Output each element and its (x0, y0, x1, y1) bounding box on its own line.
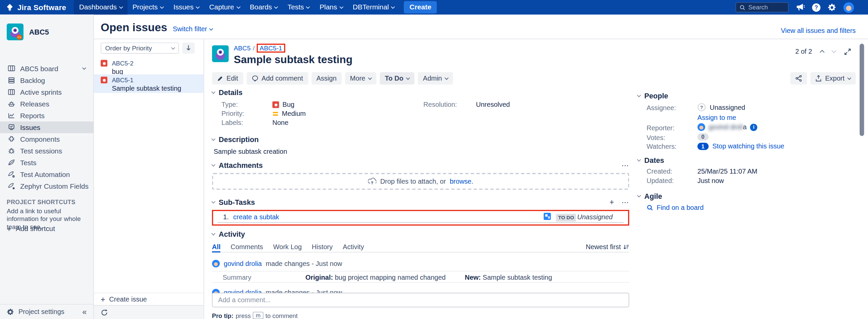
tab-work-log[interactable]: Work Log (273, 243, 302, 252)
nav-plans[interactable]: Plans (314, 0, 348, 14)
browse-link[interactable]: browse. (450, 177, 473, 185)
nav-issues[interactable]: Issues (168, 0, 204, 14)
issue-key: ABC5-2 (112, 60, 133, 66)
activity-tabs: All Comments Work Log History Activity N… (212, 243, 629, 252)
sidebar-item-board[interactable]: ABC5 board (0, 63, 93, 75)
vertical-scrollbar[interactable] (860, 44, 864, 136)
announcements-icon[interactable] (796, 3, 805, 11)
breadcrumb-project-link[interactable]: ABC5 (234, 45, 251, 51)
create-button[interactable]: Create (404, 1, 437, 13)
dates-heading[interactable]: Dates (638, 156, 856, 165)
info-icon[interactable]: i (750, 123, 757, 131)
tab-history[interactable]: History (312, 243, 333, 252)
attachments-more-icon[interactable]: ⋯ (621, 161, 629, 170)
agile-heading[interactable]: Agile (638, 192, 856, 200)
nav-capture[interactable]: Capture (204, 0, 245, 14)
find-on-board[interactable]: Find on a board (647, 204, 704, 211)
tab-comments[interactable]: Comments (230, 243, 263, 252)
navbar-right: ? (736, 0, 854, 14)
settings-gear-icon[interactable] (828, 3, 836, 11)
export-button[interactable]: Export (811, 72, 856, 85)
sidebar-item-test-sessions[interactable]: Test sessions (0, 145, 93, 157)
board-icon (7, 65, 16, 72)
chevron-down-icon (209, 26, 213, 30)
sidebar-item-reports[interactable]: Reports (0, 110, 93, 121)
user-avatar[interactable] (843, 2, 854, 13)
nav-dashboards[interactable]: Dashboards (74, 0, 127, 14)
breadcrumb-issue-key-link[interactable]: ABC5-1 (260, 45, 282, 51)
next-issue-icon[interactable] (831, 48, 836, 53)
refresh-icon[interactable] (101, 309, 108, 316)
attachment-dropzone[interactable]: Drop files to attach, or browse. (212, 173, 629, 190)
change-original: Original: bug project mapping named chan… (305, 274, 445, 281)
chevron-down-icon (160, 4, 164, 8)
more-button[interactable]: More (345, 72, 376, 85)
previous-issue-icon[interactable] (820, 50, 825, 55)
find-on-board-link[interactable]: Find on a board (657, 204, 704, 211)
chevron-down-icon (236, 4, 240, 8)
comment-input[interactable] (212, 293, 629, 307)
nav-projects[interactable]: Projects (127, 0, 168, 14)
people-heading[interactable]: People (638, 92, 856, 100)
global-search[interactable] (736, 2, 788, 12)
assign-button[interactable]: Assign (311, 72, 342, 85)
resolution-label: Resolution: (424, 101, 457, 109)
user-avatar (698, 123, 705, 131)
subtasks-heading[interactable]: Sub-Tasks (212, 198, 255, 206)
project-header[interactable]: <> ABC5 (7, 24, 49, 40)
details-heading[interactable]: Details (212, 88, 629, 97)
sidebar-item-tests[interactable]: Tests (0, 157, 93, 169)
sort-descending-icon (623, 244, 629, 250)
activity-user-link[interactable]: govind drolia (224, 260, 262, 267)
create-issue-button[interactable]: + Create issue (94, 293, 204, 305)
subtask-summary-link[interactable]: create a subtak (233, 213, 279, 221)
annotation-box-breadcrumb: ABC5-1 (257, 44, 285, 53)
add-shortcut-button[interactable]: + Add shortcut (7, 224, 55, 233)
status-button[interactable]: To Do (380, 72, 415, 85)
attachments-heading[interactable]: Attachments (212, 161, 263, 170)
share-button[interactable] (790, 72, 807, 85)
issue-list-item-abc5-2[interactable]: ABC5-2 bug (94, 58, 204, 75)
activity-heading[interactable]: Activity (212, 230, 629, 238)
sidebar-item-backlog[interactable]: Backlog (0, 75, 93, 86)
sidebar-item-zephyr-custom-fields[interactable]: Zephyr Custom Fields (0, 180, 93, 192)
subtasks-more-icon[interactable]: ⋯ (621, 198, 629, 206)
expand-icon[interactable] (844, 48, 851, 55)
assign-to-me-link[interactable]: Assign to me (698, 114, 737, 121)
chevron-down-icon (211, 163, 215, 167)
help-icon[interactable]: ? (812, 3, 820, 11)
search-input[interactable] (748, 4, 784, 11)
chevron-down-icon (306, 4, 310, 8)
edit-button[interactable]: Edit (212, 72, 243, 85)
sort-order-button[interactable]: Newest first (586, 243, 629, 251)
collapse-sidebar-icon[interactable]: « (82, 307, 87, 316)
sidebar-item-components[interactable]: Components (0, 133, 93, 145)
switch-filter-link[interactable]: Switch filter (173, 25, 213, 34)
tab-activity[interactable]: Activity (343, 243, 364, 252)
sidebar-item-active-sprints[interactable]: Active sprints (0, 86, 93, 98)
sidebar-item-releases[interactable]: Releases (0, 98, 93, 110)
reporter-value[interactable]: govind drolia i (698, 123, 757, 131)
jira-logo[interactable]: Jira Software (0, 3, 74, 11)
votes-badge[interactable]: 0 (698, 133, 709, 141)
nav-boards[interactable]: Boards (245, 0, 282, 14)
tab-all[interactable]: All (212, 243, 221, 252)
nav-tests[interactable]: Tests (282, 0, 314, 14)
add-subtask-icon[interactable]: + (610, 198, 614, 206)
chevron-down-icon (82, 66, 86, 70)
admin-button[interactable]: Admin (418, 72, 453, 85)
nav-dbterminal[interactable]: DBTerminal (348, 0, 399, 14)
sort-direction-button[interactable] (182, 42, 195, 54)
description-heading[interactable]: Description (212, 135, 629, 144)
issue-list-item-abc5-1[interactable]: ABC5-1 Sample subtask testing (94, 75, 204, 93)
bug-type-icon (273, 102, 279, 108)
order-by-select[interactable]: Order by Priority (101, 42, 179, 54)
sidebar-item-issues[interactable]: Issues (0, 121, 93, 133)
dates-section: Dates Created: 25/Mar/25 11:07 AM Update… (638, 156, 856, 186)
sidebar-item-test-automation[interactable]: Test Automation (0, 169, 93, 180)
view-all-issues-link[interactable]: View all issues and filters (781, 27, 856, 35)
bug-type-icon (101, 77, 107, 83)
project-settings-label[interactable]: Project settings (19, 308, 64, 316)
add-comment-button[interactable]: Add comment (247, 72, 308, 85)
stop-watching-link[interactable]: Stop watching this issue (712, 142, 784, 150)
